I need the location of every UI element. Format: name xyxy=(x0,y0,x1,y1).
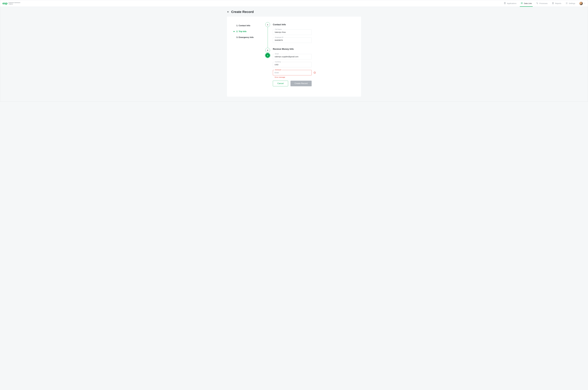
step-marker-1: 1 xyxy=(265,22,270,27)
section-title-receive-money-info: Recieve Money Info xyxy=(273,47,312,51)
step-marker-2: 2 xyxy=(265,48,270,52)
svg-point-2 xyxy=(521,3,521,3)
section-title-contact-info: Contact Info xyxy=(273,22,312,27)
field-label: Full Name xyxy=(274,29,282,30)
avatar xyxy=(579,2,583,5)
form-card: 1. Contact Info 2. Trip Info 3. Emergenc… xyxy=(227,17,361,97)
field-amount: Ammount Error message xyxy=(273,70,312,78)
gear-icon xyxy=(566,2,568,5)
timeline: 1 2 2 xyxy=(265,22,270,90)
employee-id-input[interactable] xyxy=(273,38,312,43)
brand: esp Enterprise Submission Platform xyxy=(2,1,20,5)
error-message: Error message xyxy=(273,76,312,78)
brand-subtitle: Enterprise Submission Platform xyxy=(9,2,20,5)
section-contact-info: Contact Info Full Name Employee ID xyxy=(273,22,312,43)
section-receive-money-info: Recieve Money Info Email Currency Ammoun… xyxy=(273,47,312,86)
field-email: Email xyxy=(273,54,312,59)
field-employee-id: Employee ID xyxy=(273,38,312,43)
list-icon xyxy=(521,2,523,5)
full-name-input[interactable] xyxy=(273,30,312,35)
back-arrow-icon[interactable] xyxy=(227,11,230,13)
activity-icon xyxy=(536,2,538,5)
field-full-name: Full Name xyxy=(273,30,312,35)
nav-item-data-lists[interactable]: Data Lists xyxy=(519,0,534,7)
side-step-emergency-info[interactable]: 3. Emergency Info xyxy=(234,35,264,40)
nav-item-processes[interactable]: Processes xyxy=(534,0,550,7)
currency-input[interactable] xyxy=(273,62,312,67)
nav-item-settings[interactable]: Settings xyxy=(563,0,577,7)
cancel-button[interactable]: Cancel xyxy=(273,81,288,86)
active-dot-icon xyxy=(234,31,235,32)
top-nav: Applications Data Lists Processes Report… xyxy=(501,0,577,7)
field-label: Email xyxy=(274,53,279,55)
amount-input[interactable] xyxy=(273,70,312,75)
field-label: Employee ID xyxy=(274,37,284,38)
chevron-down-icon xyxy=(584,2,586,4)
email-input[interactable] xyxy=(273,54,312,59)
step-marker-2-active: 2 xyxy=(265,53,270,58)
app-header: esp Enterprise Submission Platform Appli… xyxy=(0,0,588,7)
error-info-icon xyxy=(313,71,316,74)
field-label: Currency xyxy=(274,61,282,63)
brand-logo: esp xyxy=(2,1,7,5)
side-step-contact-info[interactable]: 1. Contact Info xyxy=(234,23,264,29)
form-actions: Cancel Create Record xyxy=(273,81,312,86)
page-title: Create Record xyxy=(231,10,254,14)
profile-menu[interactable] xyxy=(579,2,586,5)
field-currency: Currency xyxy=(273,62,312,67)
nav-item-applications[interactable]: Applications xyxy=(501,0,519,7)
timeline-line xyxy=(268,27,268,48)
clipboard-icon xyxy=(504,2,506,5)
side-steps: 1. Contact Info 2. Trip Info 3. Emergenc… xyxy=(234,22,264,90)
page-title-row: Create Record xyxy=(227,10,361,14)
field-label: Ammount xyxy=(274,69,282,71)
nav-item-reports[interactable]: Reports xyxy=(550,0,563,7)
side-step-trip-info[interactable]: 2. Trip Info xyxy=(234,29,264,35)
create-record-button[interactable]: Create Record xyxy=(291,81,312,86)
svg-point-3 xyxy=(521,4,521,4)
svg-point-5 xyxy=(566,3,567,3)
svg-point-1 xyxy=(521,2,521,3)
file-icon xyxy=(552,2,554,5)
